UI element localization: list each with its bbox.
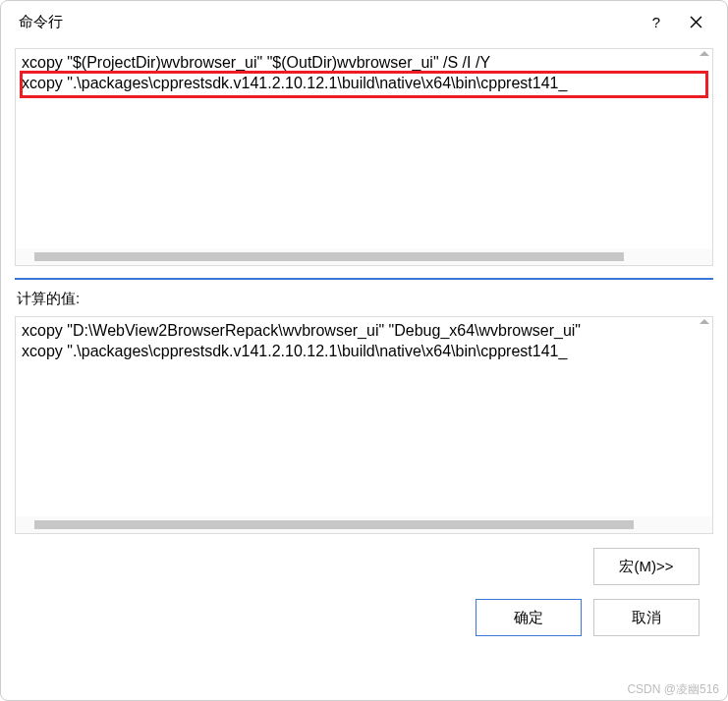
vertical-scrollbar[interactable] xyxy=(696,317,712,516)
evaluated-line-1: xcopy "D:\WebView2BrowserRepack\wvbrowse… xyxy=(22,320,706,341)
command-line-textbox[interactable]: xcopy "$(ProjectDir)wvbrowser_ui" "$(Out… xyxy=(15,48,713,266)
horizontal-scrollbar[interactable] xyxy=(16,248,712,265)
scroll-up-icon xyxy=(700,319,709,324)
evaluated-value-text: xcopy "D:\WebView2BrowserRepack\wvbrowse… xyxy=(16,317,712,516)
editor-line-1: xcopy "$(ProjectDir)wvbrowser_ui" "$(Out… xyxy=(22,52,706,73)
evaluated-value-label: 计算的值: xyxy=(15,290,713,316)
close-button[interactable] xyxy=(676,6,715,37)
dialog-content: xcopy "$(ProjectDir)wvbrowser_ui" "$(Out… xyxy=(1,42,727,700)
command-line-text[interactable]: xcopy "$(ProjectDir)wvbrowser_ui" "$(Out… xyxy=(16,49,712,248)
titlebar: 命令行 ? xyxy=(1,1,727,42)
ok-button[interactable]: 确定 xyxy=(476,599,582,636)
evaluated-value-textbox[interactable]: xcopy "D:\WebView2BrowserRepack\wvbrowse… xyxy=(15,316,713,534)
button-row-1: 宏(M)>> xyxy=(15,534,713,593)
cancel-button[interactable]: 取消 xyxy=(593,599,700,636)
scroll-up-icon xyxy=(700,51,709,56)
button-row-2: 确定 取消 xyxy=(15,593,713,650)
macros-button[interactable]: 宏(M)>> xyxy=(593,548,700,585)
command-line-dialog: 命令行 ? xcopy "$(ProjectDir)wvbrowser_ui" … xyxy=(0,0,728,701)
section-divider xyxy=(15,278,713,280)
help-icon: ? xyxy=(652,14,660,30)
evaluated-line-2: xcopy ".\packages\cpprestsdk.v141.2.10.1… xyxy=(22,341,706,361)
scrollbar-thumb[interactable] xyxy=(34,520,634,529)
horizontal-scrollbar[interactable] xyxy=(16,516,712,533)
scrollbar-thumb[interactable] xyxy=(34,252,624,261)
help-button[interactable]: ? xyxy=(637,6,676,37)
vertical-scrollbar[interactable] xyxy=(696,49,712,248)
editor-line-2: xcopy ".\packages\cpprestsdk.v141.2.10.1… xyxy=(22,73,706,93)
close-icon xyxy=(690,16,702,28)
dialog-title: 命令行 xyxy=(19,13,637,31)
